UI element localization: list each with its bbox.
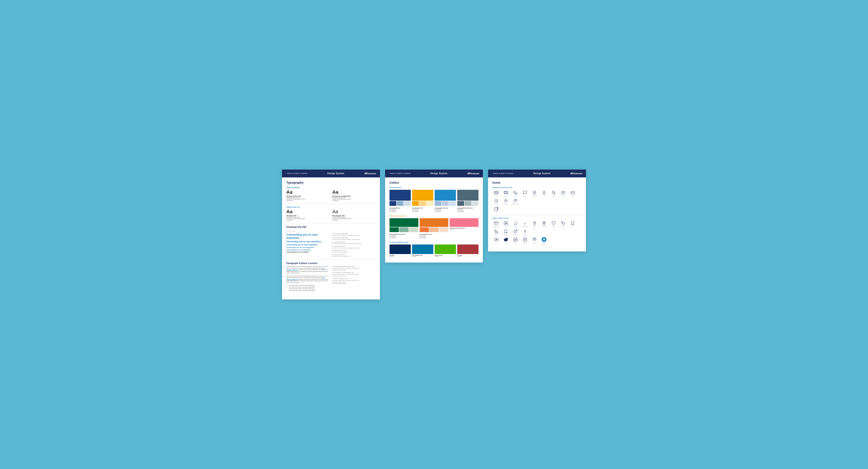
mychart-icon: [494, 221, 499, 226]
typography-content: Typography Digital headings Aa Montserra…: [282, 178, 380, 300]
billing-icon-label: Billing: [572, 195, 574, 196]
phone-icon: [570, 221, 575, 226]
divider-1: [286, 204, 376, 204]
para-link[interactable]: Etiam elementum sagittis orci.: [286, 268, 325, 271]
call-icon: [513, 190, 518, 195]
play-icon-label: Play: [505, 226, 507, 227]
paragraph-left: Lorem ipsum dolor sit amet, consectetur …: [286, 266, 330, 292]
icon-item-map: Map: [502, 190, 510, 196]
color-box-orange: [420, 218, 448, 227]
icon-item-bookmark: Bookmark: [502, 229, 510, 236]
headings-title: Headings (H1-H6): [286, 226, 376, 228]
pin-location-icon: [542, 221, 547, 226]
icon-item-chat: Chat: [521, 190, 529, 196]
color-swatch-orange: Ochsner Health Orange 70% #F1763A50% #F3…: [420, 218, 448, 239]
h3-demo: Connecting you to care anywhere: [286, 244, 330, 246]
facebook-icon-label: Facebook: [523, 234, 527, 236]
color-meta-blue: 90% #1C3F6E50% #8DAECC20% #CDDDE9: [390, 209, 411, 213]
svg-point-7: [552, 191, 555, 193]
h1-spec: H 1 | Montserrat SemiBold 600Font size: …: [332, 233, 375, 236]
surgical-icon-label: Surgical: [562, 195, 565, 196]
heart-icon: [551, 221, 556, 226]
search-icon-label: Search: [552, 195, 555, 196]
pinterest-icon-label: Pinterest: [533, 242, 536, 243]
other-brand-label: Other brand accents: [390, 215, 479, 217]
paragraph-grid: Lorem ipsum dolor sit amet, consectetur …: [286, 266, 376, 292]
icon-item-mychart: MyChart logo: [492, 221, 500, 227]
svg-rect-22: [495, 222, 498, 224]
provider-icon: [503, 198, 508, 203]
color-swatch-pink: Ochsner Health Pink Sherbet #F7768F: [450, 218, 478, 239]
font-hind-regular-chars: abcdefghijklmnopqrstuvwxyzABCDEFGHIJKLMN…: [332, 217, 375, 221]
icon-item-billing: Billing: [569, 190, 577, 196]
colors-page: ‹ Return to table of contents Design Sys…: [385, 169, 483, 262]
para-list: Lorem ipsum dolor sit amet, consectetur …: [288, 285, 330, 291]
svg-line-16: [496, 201, 497, 201]
h1-demo: Connecting you to care anywhere: [286, 233, 330, 240]
font-montserrat-semibold: Aa Montserrat SemiBold 600 abcdefghijklm…: [332, 190, 375, 201]
svg-point-39: [515, 239, 515, 239]
color-meta-successgreen: #4CB800: [435, 256, 456, 257]
icon-item-phone: Phone: [569, 221, 577, 227]
svg-line-8: [554, 193, 555, 194]
font-hind-bold-name: Hind Bold 700: [286, 215, 330, 217]
heart-icon-label: Bop you: [552, 226, 555, 227]
svg-point-28: [534, 222, 535, 223]
colors-back-link[interactable]: ‹ Return to table of contents: [389, 173, 410, 174]
loading-icon: [513, 221, 518, 226]
chevron-right-icon: ›: [523, 221, 527, 226]
fod-icon-label: FOD: [495, 212, 497, 213]
back-chevron-2: ‹: [389, 173, 389, 174]
back-link-label-2: Return to table of contents: [390, 173, 410, 174]
svg-point-43: [533, 238, 536, 241]
icons-header-title: Design System: [533, 172, 550, 175]
svg-marker-35: [496, 239, 497, 240]
tag-alt-icon: [561, 221, 565, 226]
color-meta-lightblue: 55% #9BB9D830% #C0CBE220% #CCBFF7: [435, 209, 456, 213]
headings-demo: Connecting you to care anywhere Connecti…: [286, 233, 330, 257]
loading-icon-label: Loading: [514, 226, 517, 227]
font-bold-chars: abcdefghijklmnopqrstuvwxyzABCDEFGHIJKLMN…: [286, 197, 330, 201]
color-swatch-gold: Ochsner Health Gold 90% #F5A80050% #FAD2…: [412, 190, 433, 213]
color-box-gold: [412, 190, 433, 200]
color-box-pink: [450, 218, 478, 227]
bookmark-icon-label: Bookmark: [504, 234, 508, 236]
typography-header-title: Design System: [328, 172, 344, 175]
svg-rect-20: [495, 207, 497, 210]
play-icon: [503, 221, 508, 226]
icons-content: Icons MyOchsner brand icons Letters: [488, 178, 586, 251]
svg-rect-9: [562, 191, 565, 194]
para-spec-list: List Style | Hind Regular 400Font size: …: [332, 278, 375, 285]
logo-m: M: [364, 172, 367, 175]
icon-item-instagram: Instagram: [521, 237, 529, 245]
color-meta-darkblue: #002B5C: [390, 256, 411, 257]
instagram-icon-label: Instagram: [523, 242, 527, 243]
provider-icon-label: Provider: [504, 204, 507, 205]
color-shade-gold-1: [412, 201, 419, 206]
svg-point-19: [516, 199, 517, 200]
color-meta-errorred: #AA363C: [457, 256, 478, 257]
icons-divider: [492, 215, 582, 215]
digital-body-grid: Aa Hind Bold 700 abcdefghijklmnopqrstuvw…: [286, 209, 376, 221]
para-link-2[interactable]: Etiam elementum sagittis orci.: [286, 277, 325, 280]
icon-item-twitter: Twitter: [502, 237, 510, 245]
logo-text: Ochsner: [367, 172, 376, 175]
billing-icon: [570, 190, 575, 195]
icons-back-link[interactable]: ‹ Return to table of contents: [492, 173, 514, 174]
timing-icon: [494, 198, 499, 203]
list-item: Lorem ipsum dolor sit amet, consectetur …: [288, 290, 330, 291]
h3-spec: H 3 | Montserrat Bold 700Font size: 20px…: [332, 242, 375, 245]
letters-icon: [494, 190, 499, 195]
font-montserrat-bold: Aa Montserrat Bold 700 abcdefghijklmnopq…: [286, 190, 330, 201]
timing-icon-label: Timing: [495, 204, 498, 205]
social-icons-grid: YouTube Twitter: [492, 237, 582, 245]
h6-spec: H 6 | Montserrat Bold 700Font size: 14px…: [332, 254, 375, 257]
lab-icon-label: Lab: [544, 195, 545, 196]
icons-header-logo: MOchsner: [570, 172, 583, 175]
icon-item-location: Location: [531, 221, 538, 227]
letters-icon-label: Letters: [495, 195, 498, 196]
color-swatch-errorred: Error Red #AA363C: [457, 245, 478, 257]
font-semibold-chars: abcdefghijklmnopqrstuvwxyzABCDEFGHIJKLMN…: [332, 197, 375, 201]
svg-point-27: [514, 222, 517, 225]
typography-back-link[interactable]: ‹ Return to table of contents: [285, 173, 307, 174]
